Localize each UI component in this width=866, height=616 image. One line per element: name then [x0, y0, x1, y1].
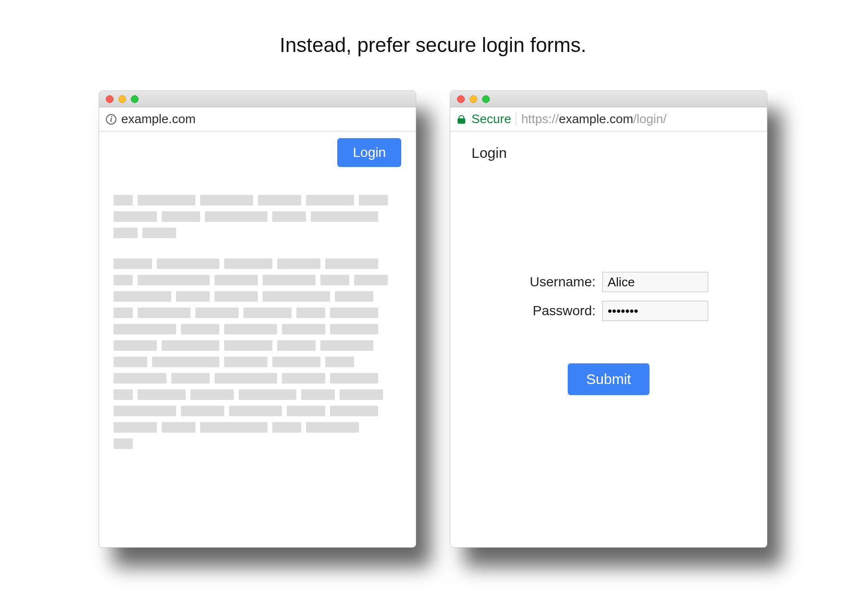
url-host: example.com: [559, 112, 633, 126]
placeholder-text-block: [114, 195, 401, 449]
address-bar[interactable]: Secure https://example.com/login/: [450, 107, 767, 131]
username-field[interactable]: [602, 272, 708, 292]
secure-label: Secure: [471, 112, 511, 127]
url-path: /login/: [633, 112, 666, 126]
insecure-browser-window: i example.com Login: [99, 90, 416, 548]
secure-browser-window: Secure https://example.com/login/ Login …: [450, 90, 767, 548]
window-titlebar: [450, 91, 767, 107]
divider: [516, 113, 516, 126]
maximize-icon[interactable]: [131, 95, 139, 103]
diagram-heading: Instead, prefer secure login forms.: [280, 34, 586, 57]
minimize-icon[interactable]: [118, 95, 126, 103]
password-row: Password:: [509, 301, 708, 321]
password-field[interactable]: [602, 301, 708, 321]
login-button[interactable]: Login: [337, 138, 401, 167]
url-scheme: https://: [521, 112, 559, 126]
login-form: Username: Password: Submit: [465, 272, 752, 395]
page-content: Login: [99, 131, 416, 547]
minimize-icon[interactable]: [470, 95, 477, 103]
url-text: https://example.com/login/: [521, 112, 666, 127]
window-titlebar: [99, 91, 416, 107]
url-text: example.com: [121, 112, 196, 127]
maximize-icon[interactable]: [482, 95, 490, 103]
close-icon[interactable]: [457, 95, 465, 103]
page-title: Login: [471, 145, 752, 161]
page-content: Login Username: Password: Submit: [450, 131, 767, 547]
close-icon[interactable]: [106, 95, 114, 103]
username-row: Username:: [509, 272, 708, 292]
password-label: Password:: [509, 303, 596, 319]
submit-button[interactable]: Submit: [568, 363, 649, 395]
panels-container: i example.com Login: [99, 90, 767, 548]
address-bar[interactable]: i example.com: [99, 107, 416, 131]
info-icon[interactable]: i: [106, 114, 116, 125]
username-label: Username:: [509, 274, 596, 290]
lock-icon[interactable]: [457, 115, 466, 124]
